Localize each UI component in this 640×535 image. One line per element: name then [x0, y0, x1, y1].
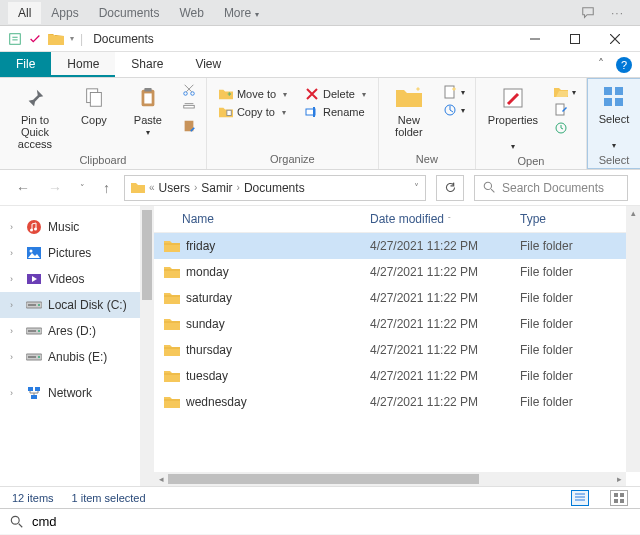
svg-rect-45 [620, 499, 624, 503]
minimize-button[interactable] [518, 30, 552, 48]
expand-icon[interactable]: › [10, 300, 20, 310]
file-row[interactable]: monday4/27/2021 11:22 PMFile folder [154, 259, 640, 285]
search-icon [10, 515, 24, 529]
ribbon-group-label: Clipboard [6, 152, 200, 168]
file-row[interactable]: friday4/27/2021 11:22 PMFile folder [154, 233, 640, 259]
sidebar-item[interactable]: ›Ares (D:) [0, 318, 154, 344]
up-button[interactable]: ↑ [99, 178, 114, 198]
scope-tab-all[interactable]: All [8, 2, 41, 24]
file-hscrollbar[interactable]: ◂▸ [154, 472, 626, 486]
edit-icon [554, 103, 568, 117]
expand-icon[interactable]: › [10, 248, 20, 258]
file-date: 4/27/2021 11:22 PM [370, 291, 520, 305]
new-item-button[interactable]: ▾ [439, 84, 469, 100]
selection-count: 1 item selected [72, 492, 146, 504]
back-button[interactable]: ← [12, 178, 34, 198]
qat-dropdown[interactable]: ▾ [70, 34, 74, 43]
expand-icon[interactable]: › [10, 222, 20, 232]
scope-tab-web[interactable]: Web [169, 2, 213, 24]
scope-tab-apps[interactable]: Apps [41, 2, 88, 24]
paste-shortcut-button[interactable] [178, 118, 200, 134]
file-row[interactable]: thursday4/27/2021 11:22 PMFile folder [154, 337, 640, 363]
address-bar[interactable]: « Users › Samir › Documents ˅ [124, 175, 426, 201]
qat-item-properties[interactable] [8, 32, 22, 46]
file-row[interactable]: tuesday4/27/2021 11:22 PMFile folder [154, 363, 640, 389]
expand-icon[interactable]: › [10, 352, 20, 362]
svg-rect-22 [615, 98, 623, 106]
svg-rect-9 [184, 105, 195, 108]
pin-to-quick-access-button[interactable]: Pin to Quick access [6, 82, 64, 152]
ribbon-tab-share[interactable]: Share [115, 52, 179, 77]
open-button[interactable]: ▾ [550, 84, 580, 100]
new-folder-button[interactable]: New folder [385, 82, 433, 140]
file-row[interactable]: sunday4/27/2021 11:22 PMFile folder [154, 311, 640, 337]
file-date: 4/27/2021 11:22 PM [370, 265, 520, 279]
feedback-icon[interactable] [573, 6, 603, 20]
svg-point-7 [184, 92, 188, 96]
copy-path-button[interactable] [178, 100, 200, 116]
qat-item-check[interactable] [28, 32, 42, 46]
copy-button[interactable]: Copy [70, 82, 118, 128]
properties-icon [499, 84, 527, 112]
copy-to-button[interactable]: Copy to [215, 104, 291, 120]
rename-button[interactable]: Rename [301, 104, 370, 120]
cut-button[interactable] [178, 82, 200, 98]
column-header-date[interactable]: Date modifiedˇ [370, 212, 520, 226]
expand-icon[interactable]: › [10, 388, 20, 398]
svg-rect-37 [28, 356, 36, 358]
file-date: 4/27/2021 11:22 PM [370, 239, 520, 253]
breadcrumb-item[interactable]: Users [159, 181, 190, 195]
refresh-button[interactable] [436, 175, 464, 201]
disk-icon [26, 323, 42, 339]
maximize-button[interactable] [558, 30, 592, 48]
properties-button[interactable]: Properties▾ [482, 82, 544, 153]
column-header-type[interactable]: Type [520, 212, 630, 226]
search-icon [483, 181, 496, 194]
delete-button[interactable]: Delete [301, 86, 370, 102]
details-view-button[interactable] [571, 490, 589, 506]
sidebar-item[interactable]: ›Network [0, 380, 154, 406]
forward-button[interactable]: → [44, 178, 66, 198]
edit-button[interactable] [550, 102, 580, 118]
sidebar-item[interactable]: ›Music [0, 214, 154, 240]
move-to-button[interactable]: Move to [215, 86, 291, 102]
recent-locations[interactable]: ˅ [76, 181, 89, 195]
column-header-name[interactable]: Name [182, 212, 370, 226]
svg-rect-5 [144, 88, 151, 92]
history-button[interactable] [550, 120, 580, 136]
ribbon-tab-home[interactable]: Home [51, 52, 115, 77]
ribbon-collapse[interactable]: ˄ [590, 52, 612, 77]
file-name: wednesday [186, 395, 370, 409]
search-placeholder: Search Documents [502, 181, 604, 195]
file-vscrollbar[interactable]: ▴ [626, 206, 640, 472]
file-name: friday [186, 239, 370, 253]
search-box[interactable]: Search Documents [474, 175, 628, 201]
easy-access-button[interactable]: ▾ [439, 102, 469, 118]
scope-tab-more[interactable]: More ▾ [214, 2, 269, 24]
file-row[interactable]: saturday4/27/2021 11:22 PMFile folder [154, 285, 640, 311]
thumbnails-view-button[interactable] [610, 490, 628, 506]
sidebar-scrollbar[interactable] [140, 206, 154, 486]
breadcrumb-item[interactable]: Samir [201, 181, 232, 195]
select-button[interactable]: Select▾ [590, 81, 638, 152]
paste-button[interactable]: Paste▾ [124, 82, 172, 139]
ribbon-tab-file[interactable]: File [0, 52, 51, 77]
sidebar-item[interactable]: ›Pictures [0, 240, 154, 266]
overflow-menu[interactable]: ··· [603, 6, 632, 20]
sidebar-item[interactable]: ›Videos [0, 266, 154, 292]
svg-rect-6 [144, 93, 151, 103]
help-button[interactable]: ? [616, 57, 632, 73]
sidebar-item[interactable]: ›Anubis (E:) [0, 344, 154, 370]
file-row[interactable]: wednesday4/27/2021 11:22 PMFile folder [154, 389, 640, 415]
expand-icon[interactable]: › [10, 274, 20, 284]
expand-icon[interactable]: › [10, 326, 20, 336]
ribbon-tab-view[interactable]: View [179, 52, 237, 77]
svg-point-35 [38, 330, 40, 332]
close-button[interactable] [598, 30, 632, 48]
sidebar-item[interactable]: ›Local Disk (C:) [0, 292, 154, 318]
svg-rect-17 [556, 104, 564, 115]
breadcrumb-item[interactable]: Documents [244, 181, 305, 195]
search-input[interactable] [32, 514, 630, 529]
address-dropdown[interactable]: ˅ [414, 182, 419, 193]
scope-tab-documents[interactable]: Documents [89, 2, 170, 24]
